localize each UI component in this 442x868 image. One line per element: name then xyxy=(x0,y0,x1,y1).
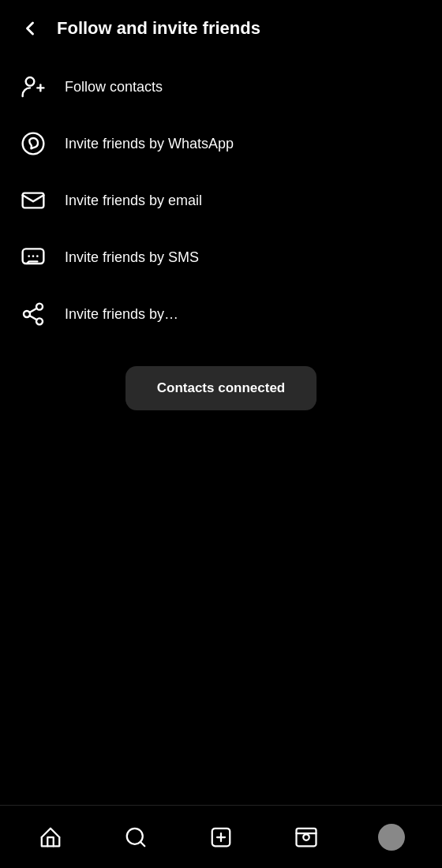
menu-list: Follow contacts Invite friends by WhatsA… xyxy=(0,51,442,805)
menu-item-invite-sms[interactable]: Invite friends by SMS xyxy=(0,229,442,286)
svg-line-13 xyxy=(29,309,36,312)
nav-home[interactable] xyxy=(28,815,73,859)
svg-line-12 xyxy=(29,316,36,320)
sms-icon xyxy=(19,243,47,271)
nav-profile[interactable] xyxy=(369,815,414,859)
svg-point-8 xyxy=(36,255,39,257)
contacts-connected-toast: Contacts connected xyxy=(125,366,317,410)
avatar xyxy=(378,824,405,851)
header: Follow and invite friends xyxy=(0,0,442,51)
share-icon xyxy=(19,300,47,328)
email-icon xyxy=(19,186,47,215)
nav-add[interactable] xyxy=(199,815,243,859)
nav-search[interactable] xyxy=(114,815,158,859)
add-person-icon xyxy=(19,73,47,101)
svg-rect-19 xyxy=(297,828,317,846)
menu-label-invite-sms: Invite friends by SMS xyxy=(65,249,199,266)
search-icon xyxy=(124,825,148,849)
back-button[interactable] xyxy=(16,14,44,43)
home-icon xyxy=(39,825,62,849)
menu-label-invite-whatsapp: Invite friends by WhatsApp xyxy=(65,136,234,152)
svg-point-6 xyxy=(28,255,30,257)
svg-line-15 xyxy=(140,841,144,845)
svg-point-7 xyxy=(32,255,35,257)
menu-label-follow-contacts: Follow contacts xyxy=(65,79,163,95)
menu-item-invite-email[interactable]: Invite friends by email xyxy=(0,172,442,229)
svg-point-20 xyxy=(303,834,309,840)
svg-point-3 xyxy=(23,133,44,155)
page-title: Follow and invite friends xyxy=(57,18,260,39)
menu-item-invite-other[interactable]: Invite friends by… xyxy=(0,286,442,342)
add-square-icon xyxy=(209,825,233,849)
bottom-nav xyxy=(0,805,442,868)
menu-item-invite-whatsapp[interactable]: Invite friends by WhatsApp xyxy=(0,115,442,172)
toast-container: Contacts connected xyxy=(0,342,442,426)
menu-label-invite-other: Invite friends by… xyxy=(65,306,178,323)
menu-label-invite-email: Invite friends by email xyxy=(65,193,202,209)
svg-point-0 xyxy=(26,77,35,86)
nav-reels[interactable] xyxy=(284,815,328,859)
reels-icon xyxy=(294,825,318,849)
whatsapp-icon xyxy=(19,129,47,158)
menu-item-follow-contacts[interactable]: Follow contacts xyxy=(0,58,442,115)
